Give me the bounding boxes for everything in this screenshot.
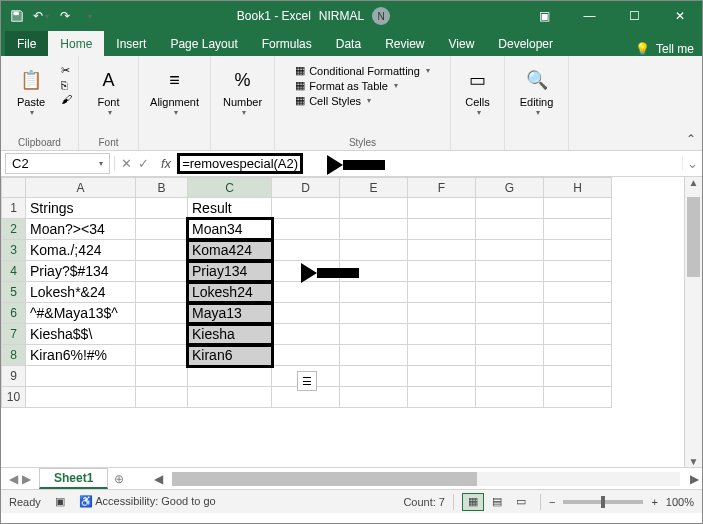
row-header-1[interactable]: 1 (2, 198, 26, 219)
sheet-nav-next-icon[interactable]: ▶ (22, 472, 31, 486)
tab-home[interactable]: Home (48, 31, 104, 56)
cell-B9[interactable] (136, 366, 188, 387)
cell-G8[interactable] (476, 345, 544, 366)
cell-D1[interactable] (272, 198, 340, 219)
select-all-corner[interactable] (2, 178, 26, 198)
cell-G1[interactable] (476, 198, 544, 219)
cell-F9[interactable] (408, 366, 476, 387)
undo-icon[interactable]: ↶▾ (31, 6, 51, 26)
formula-bar[interactable]: =removespecial(A2) (182, 156, 298, 171)
cell-F7[interactable] (408, 324, 476, 345)
cell-H9[interactable] (544, 366, 612, 387)
cell-C5[interactable]: Lokesh24 (188, 282, 272, 303)
cell-B4[interactable] (136, 261, 188, 282)
user-avatar[interactable]: N (372, 7, 390, 25)
row-header-8[interactable]: 8 (2, 345, 26, 366)
zoom-level[interactable]: 100% (666, 496, 694, 508)
cell-A7[interactable]: Kiesha$$\ (26, 324, 136, 345)
horizontal-scrollbar[interactable]: ◀ ▶ (150, 472, 702, 486)
view-page-layout-button[interactable]: ▤ (486, 493, 508, 511)
zoom-in-button[interactable]: + (651, 496, 657, 508)
cell-F10[interactable] (408, 387, 476, 408)
cell-styles-button[interactable]: ▦Cell Styles▾ (295, 94, 430, 107)
cell-B7[interactable] (136, 324, 188, 345)
cell-A6[interactable]: ^#&Maya13$^ (26, 303, 136, 324)
row-header-2[interactable]: 2 (2, 219, 26, 240)
cell-C9[interactable] (188, 366, 272, 387)
cell-F1[interactable] (408, 198, 476, 219)
cell-B8[interactable] (136, 345, 188, 366)
tab-view[interactable]: View (437, 31, 487, 56)
sheet-nav-prev-icon[interactable]: ◀ (9, 472, 18, 486)
cell-H4[interactable] (544, 261, 612, 282)
cell-H7[interactable] (544, 324, 612, 345)
tab-insert[interactable]: Insert (104, 31, 158, 56)
alignment-button[interactable]: ≡Alignment▾ (151, 64, 199, 117)
cell-B6[interactable] (136, 303, 188, 324)
tab-page-layout[interactable]: Page Layout (158, 31, 249, 56)
cell-F8[interactable] (408, 345, 476, 366)
cell-C10[interactable] (188, 387, 272, 408)
cell-E9[interactable] (340, 366, 408, 387)
cell-A10[interactable] (26, 387, 136, 408)
cell-F5[interactable] (408, 282, 476, 303)
zoom-slider[interactable] (563, 500, 643, 504)
tab-data[interactable]: Data (324, 31, 373, 56)
cell-G9[interactable] (476, 366, 544, 387)
vertical-scrollbar[interactable]: ▲ ▼ (684, 177, 702, 467)
format-painter-icon[interactable]: 🖌 (61, 93, 72, 105)
font-button[interactable]: AFont▾ (85, 64, 133, 117)
cell-F6[interactable] (408, 303, 476, 324)
col-header-H[interactable]: H (544, 178, 612, 198)
paste-button[interactable]: 📋 Paste ▾ (7, 64, 55, 117)
view-normal-button[interactable]: ▦ (462, 493, 484, 511)
row-header-6[interactable]: 6 (2, 303, 26, 324)
tab-file[interactable]: File (5, 31, 48, 56)
col-header-G[interactable]: G (476, 178, 544, 198)
cell-C2[interactable]: Moan34 (188, 219, 272, 240)
tab-developer[interactable]: Developer (486, 31, 565, 56)
row-header-3[interactable]: 3 (2, 240, 26, 261)
cell-E10[interactable] (340, 387, 408, 408)
cell-A9[interactable] (26, 366, 136, 387)
number-button[interactable]: %Number▾ (219, 64, 267, 117)
cell-D2[interactable] (272, 219, 340, 240)
cut-icon[interactable]: ✂ (61, 64, 72, 77)
cell-E7[interactable] (340, 324, 408, 345)
status-accessibility[interactable]: ♿ Accessibility: Good to go (79, 495, 216, 508)
cell-A2[interactable]: Moan?><34 (26, 219, 136, 240)
zoom-out-button[interactable]: − (549, 496, 555, 508)
cell-B5[interactable] (136, 282, 188, 303)
conditional-formatting-button[interactable]: ▦Conditional Formatting▾ (295, 64, 430, 77)
cell-B3[interactable] (136, 240, 188, 261)
cell-A4[interactable]: Priay?$#134 (26, 261, 136, 282)
cell-B2[interactable] (136, 219, 188, 240)
save-icon[interactable] (7, 6, 27, 26)
cell-C1[interactable]: Result (188, 198, 272, 219)
quick-analysis-icon[interactable]: ☰ (297, 371, 317, 391)
fx-icon[interactable]: fx (155, 156, 177, 171)
cell-G5[interactable] (476, 282, 544, 303)
macro-record-icon[interactable]: ▣ (55, 495, 65, 508)
cell-C4[interactable]: Priay134 (188, 261, 272, 282)
close-button[interactable]: ✕ (657, 1, 702, 31)
cell-F4[interactable] (408, 261, 476, 282)
cell-E6[interactable] (340, 303, 408, 324)
cell-C6[interactable]: Maya13 (188, 303, 272, 324)
cell-D5[interactable] (272, 282, 340, 303)
qat-customize-icon[interactable]: ▾ (79, 6, 99, 26)
cell-G7[interactable] (476, 324, 544, 345)
row-header-5[interactable]: 5 (2, 282, 26, 303)
col-header-B[interactable]: B (136, 178, 188, 198)
cell-G4[interactable] (476, 261, 544, 282)
minimize-button[interactable]: — (567, 1, 612, 31)
cell-D8[interactable] (272, 345, 340, 366)
editing-button[interactable]: 🔍Editing▾ (513, 64, 561, 117)
cell-E5[interactable] (340, 282, 408, 303)
enter-formula-icon[interactable]: ✓ (138, 156, 149, 171)
format-as-table-button[interactable]: ▦Format as Table▾ (295, 79, 430, 92)
col-header-E[interactable]: E (340, 178, 408, 198)
cell-G6[interactable] (476, 303, 544, 324)
cell-H2[interactable] (544, 219, 612, 240)
maximize-button[interactable]: ☐ (612, 1, 657, 31)
